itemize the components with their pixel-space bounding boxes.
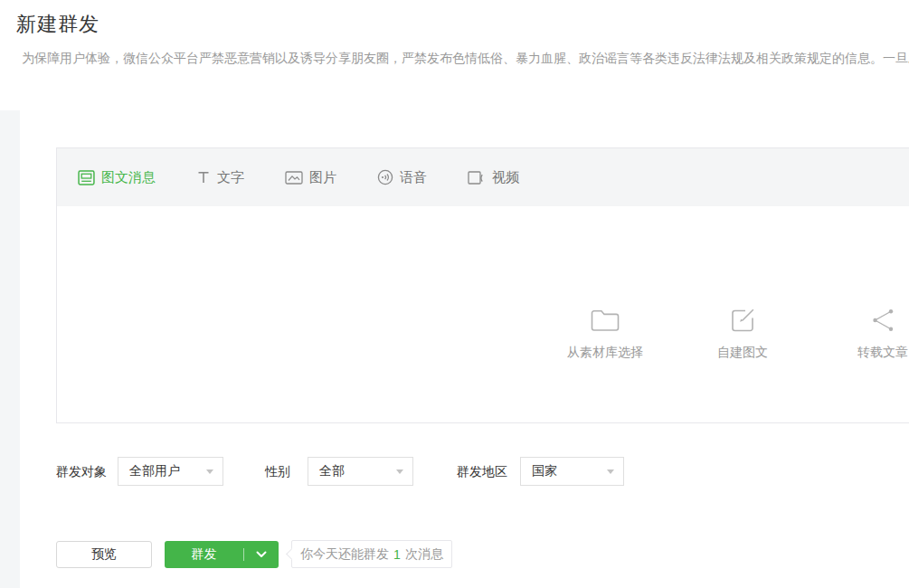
quota-tooltip: 你今天还能群发 1 次消息 xyxy=(291,540,452,568)
warning-text: 为保障用户体验，微信公众平台严禁恶意营销以及诱导分享朋友圈，严禁发布色情低俗、暴… xyxy=(22,51,909,67)
select-value: 全部 xyxy=(319,463,345,479)
send-button-label: 群发 xyxy=(165,546,243,563)
compose-icon xyxy=(729,307,756,334)
option-label: 从素材库选择 xyxy=(567,345,643,361)
share-icon xyxy=(871,307,895,334)
option-label: 自建图文 xyxy=(717,345,768,361)
card-content: 从素材库选择 自建图文 xyxy=(57,206,909,422)
tab-image[interactable]: 图片 xyxy=(285,169,336,186)
tab-text[interactable]: 文字 xyxy=(196,169,244,186)
tab-news-message[interactable]: 图文消息 xyxy=(78,169,156,186)
region-label: 群发地区 xyxy=(457,457,507,486)
caret-down-icon xyxy=(206,469,213,474)
video-icon xyxy=(468,170,486,185)
message-card: 图文消息 文字 xyxy=(56,147,909,423)
tab-label: 文字 xyxy=(217,169,244,186)
page-title: 新建群发 xyxy=(16,11,99,38)
folder-icon xyxy=(590,307,620,334)
main-area: 图文消息 文字 xyxy=(0,110,909,588)
preview-button[interactable]: 预览 xyxy=(56,541,152,568)
gender-select[interactable]: 全部 xyxy=(308,457,413,486)
quota-suffix: 次消息 xyxy=(405,546,443,563)
message-type-tab-bar: 图文消息 文字 xyxy=(57,148,909,206)
send-target-select[interactable]: 全部用户 xyxy=(118,457,223,486)
gender-label: 性别 xyxy=(265,457,290,486)
region-select[interactable]: 国家 xyxy=(520,457,624,486)
caret-down-icon xyxy=(607,469,614,474)
caret-down-icon xyxy=(396,469,403,474)
option-select-from-library[interactable]: 从素材库选择 xyxy=(567,307,643,361)
text-icon xyxy=(196,170,211,185)
tab-label: 图文消息 xyxy=(101,169,156,186)
send-button[interactable]: 群发 xyxy=(165,541,279,568)
image-icon xyxy=(285,170,303,185)
option-repost-article[interactable]: 转载文章 xyxy=(857,307,908,361)
quota-count: 1 xyxy=(393,547,401,562)
tab-label: 视频 xyxy=(492,169,519,186)
tab-label: 图片 xyxy=(309,169,336,186)
send-target-label: 群发对象 xyxy=(56,457,107,486)
send-options-toggle[interactable] xyxy=(244,551,279,558)
page-header: 新建群发 为保障用户体验，微信公众平台严禁恶意营销以及诱导分享朋友圈，严禁发布色… xyxy=(0,0,909,110)
select-value: 国家 xyxy=(532,463,557,479)
tab-voice[interactable]: 语音 xyxy=(377,169,427,186)
select-value: 全部用户 xyxy=(129,463,180,479)
chevron-down-icon xyxy=(256,551,267,558)
article-icon xyxy=(78,169,95,186)
quota-prefix: 你今天还能群发 xyxy=(300,546,389,563)
voice-icon xyxy=(377,169,393,185)
option-create-article[interactable]: 自建图文 xyxy=(717,307,768,361)
tab-label: 语音 xyxy=(400,169,427,186)
tab-video[interactable]: 视频 xyxy=(468,169,519,186)
option-label: 转载文章 xyxy=(857,345,908,361)
content-panel: 图文消息 文字 xyxy=(20,110,909,588)
